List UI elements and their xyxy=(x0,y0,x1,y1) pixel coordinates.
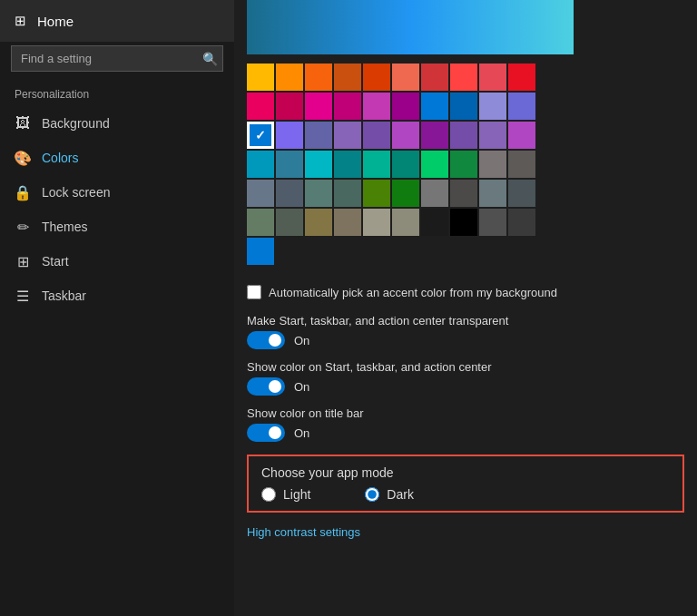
color-swatch[interactable] xyxy=(392,64,419,91)
color-swatch[interactable] xyxy=(334,93,361,120)
auto-pick-option: Automatically pick an accent color from … xyxy=(234,278,697,307)
auto-pick-label: Automatically pick an accent color from … xyxy=(269,286,557,299)
color-swatch[interactable] xyxy=(508,93,535,120)
color-swatch[interactable] xyxy=(363,209,390,236)
color-swatch[interactable] xyxy=(276,151,303,178)
search-icon-button[interactable]: 🔍 xyxy=(202,52,218,66)
show-title-label: Show color on title bar xyxy=(247,406,697,420)
color-swatch[interactable] xyxy=(508,209,535,236)
color-swatch[interactable] xyxy=(305,64,332,91)
mode-dark-option[interactable]: Dark xyxy=(365,487,414,502)
color-swatch[interactable] xyxy=(450,64,477,91)
auto-pick-checkbox[interactable] xyxy=(247,285,261,299)
color-swatch[interactable] xyxy=(247,93,274,120)
color-swatch[interactable] xyxy=(334,122,361,149)
show-title-toggle[interactable] xyxy=(247,424,285,442)
color-swatch[interactable] xyxy=(479,93,506,120)
color-swatch[interactable] xyxy=(421,180,448,207)
color-swatch[interactable] xyxy=(508,180,535,207)
color-swatch[interactable] xyxy=(450,151,477,178)
color-swatch[interactable] xyxy=(450,93,477,120)
color-swatch[interactable] xyxy=(334,64,361,91)
color-swatch[interactable] xyxy=(392,180,419,207)
color-swatch[interactable] xyxy=(392,151,419,178)
color-swatch[interactable] xyxy=(305,93,332,120)
mode-dark-radio[interactable] xyxy=(365,487,379,502)
color-swatch[interactable] xyxy=(421,64,448,91)
sidebar-item-themes[interactable]: ✏ Themes xyxy=(0,210,234,244)
sidebar-item-background[interactable]: 🖼 Background xyxy=(0,106,234,141)
sidebar-item-lock-screen[interactable]: 🔒 Lock screen xyxy=(0,175,234,210)
color-swatch[interactable] xyxy=(247,209,274,236)
color-swatch[interactable] xyxy=(479,151,506,178)
sidebar-item-start[interactable]: ⊞ Start xyxy=(0,244,234,279)
color-swatch[interactable] xyxy=(305,151,332,178)
color-swatch[interactable] xyxy=(363,122,390,149)
mode-light-option[interactable]: Light xyxy=(261,487,310,502)
color-swatch[interactable] xyxy=(450,180,477,207)
colors-grid xyxy=(247,64,697,265)
color-swatch[interactable] xyxy=(305,122,332,149)
color-swatch[interactable] xyxy=(247,238,274,265)
color-swatch[interactable] xyxy=(479,64,506,91)
color-swatch[interactable] xyxy=(247,180,274,207)
color-swatch[interactable] xyxy=(450,209,477,236)
color-swatch[interactable] xyxy=(508,151,535,178)
color-swatch[interactable] xyxy=(276,180,303,207)
color-swatch[interactable] xyxy=(276,122,303,149)
mode-light-radio[interactable] xyxy=(261,487,276,502)
sidebar-section-label: Personalization xyxy=(0,81,234,106)
color-swatch[interactable] xyxy=(247,122,274,149)
color-swatch[interactable] xyxy=(421,151,448,178)
color-swatch[interactable] xyxy=(334,180,361,207)
start-icon: ⊞ xyxy=(15,253,31,269)
themes-icon: ✏ xyxy=(15,219,31,235)
color-swatch[interactable] xyxy=(421,209,448,236)
show-title-toggle-value: On xyxy=(294,426,309,440)
color-swatch[interactable] xyxy=(421,122,448,149)
background-icon: 🖼 xyxy=(15,115,31,132)
color-swatch[interactable] xyxy=(392,93,419,120)
show-color-toggle[interactable] xyxy=(247,377,285,396)
color-swatch[interactable] xyxy=(363,180,390,207)
mode-dark-label: Dark xyxy=(387,487,414,502)
color-swatch[interactable] xyxy=(508,64,535,91)
color-swatch[interactable] xyxy=(276,64,303,91)
color-swatch[interactable] xyxy=(421,93,448,120)
sidebar-home-item[interactable]: ⊞ Home xyxy=(0,0,234,42)
color-swatch[interactable] xyxy=(276,93,303,120)
sidebar-item-taskbar-label: Taskbar xyxy=(42,288,86,303)
color-swatch[interactable] xyxy=(363,64,390,91)
color-swatch[interactable] xyxy=(363,151,390,178)
sidebar-home-label: Home xyxy=(37,14,74,29)
transparent-toggle-value: On xyxy=(294,334,309,347)
show-title-section: Show color on title bar On xyxy=(234,399,697,445)
app-mode-radio-row: Light Dark xyxy=(261,487,670,502)
color-swatch[interactable] xyxy=(247,64,274,91)
main-content: Automatically pick an accent color from … xyxy=(234,0,697,616)
transparent-toggle[interactable] xyxy=(247,331,285,349)
color-swatch[interactable] xyxy=(247,151,274,178)
mode-light-label: Light xyxy=(283,487,310,502)
color-swatch[interactable] xyxy=(479,122,506,149)
color-swatch[interactable] xyxy=(334,209,361,236)
color-swatch[interactable] xyxy=(363,93,390,120)
sidebar-item-colors[interactable]: 🎨 Colors xyxy=(0,141,234,175)
color-swatch[interactable] xyxy=(392,122,419,149)
color-swatch[interactable] xyxy=(392,209,419,236)
lock-icon: 🔒 xyxy=(15,184,31,200)
color-swatch[interactable] xyxy=(479,209,506,236)
sidebar-item-lock-label: Lock screen xyxy=(42,185,110,200)
high-contrast-link[interactable]: High contrast settings xyxy=(234,522,697,543)
color-swatch[interactable] xyxy=(305,180,332,207)
color-swatch[interactable] xyxy=(479,180,506,207)
search-input[interactable] xyxy=(11,45,223,72)
color-swatch[interactable] xyxy=(508,122,535,149)
color-swatch[interactable] xyxy=(276,209,303,236)
color-swatch[interactable] xyxy=(305,209,332,236)
colors-icon: 🎨 xyxy=(15,150,31,166)
color-swatch[interactable] xyxy=(450,122,477,149)
transparent-section: Make Start, taskbar, and action center t… xyxy=(234,307,697,353)
color-swatch[interactable] xyxy=(334,151,361,178)
sidebar-item-taskbar[interactable]: ☰ Taskbar xyxy=(0,279,234,313)
